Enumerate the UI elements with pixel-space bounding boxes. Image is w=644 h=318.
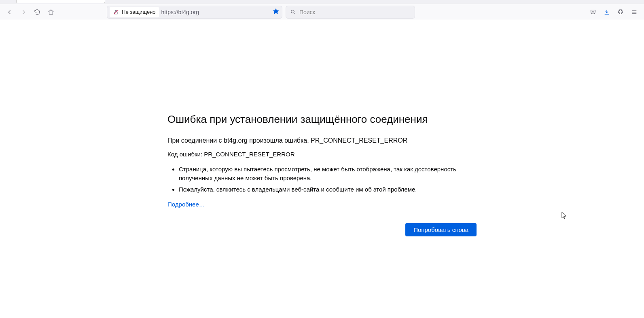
url-bar[interactable]: Не защищено https://bt4g.org xyxy=(107,6,282,19)
lock-warning-icon xyxy=(113,9,119,15)
downloads-button[interactable] xyxy=(600,6,613,19)
pocket-button[interactable] xyxy=(587,6,600,19)
hamburger-icon xyxy=(631,8,638,16)
error-code: Код ошибки: PR_CONNECT_RESET_ERROR xyxy=(167,151,477,158)
search-input[interactable] xyxy=(299,9,411,15)
learn-more-link[interactable]: Подробнее… xyxy=(167,201,205,208)
reload-button[interactable] xyxy=(31,6,44,19)
puzzle-icon xyxy=(617,8,624,16)
pocket-icon xyxy=(589,8,597,16)
app-menu-button[interactable] xyxy=(628,6,641,19)
error-reason-list: Страница, которую вы пытаетесь просмотре… xyxy=(179,165,477,194)
reload-icon xyxy=(34,8,41,16)
home-icon xyxy=(47,8,55,16)
extensions-button[interactable] xyxy=(614,6,627,19)
security-indicator[interactable]: Не защищено xyxy=(110,7,159,17)
star-filled-icon xyxy=(272,8,280,15)
home-button[interactable] xyxy=(44,6,57,19)
arrow-left-icon xyxy=(6,8,13,16)
forward-button[interactable] xyxy=(17,6,30,19)
error-reason-item: Пожалуйста, свяжитесь с владельцами веб-… xyxy=(179,185,477,194)
download-icon xyxy=(603,8,610,16)
page-content: Ошибка при установлении защищённого соед… xyxy=(0,20,644,236)
error-container: Ошибка при установлении защищённого соед… xyxy=(167,113,477,236)
back-button[interactable] xyxy=(3,6,16,19)
tab-strip xyxy=(0,0,644,4)
svg-point-1 xyxy=(291,10,294,13)
security-label: Не защищено xyxy=(122,9,156,15)
arrow-right-icon xyxy=(20,8,27,16)
error-reason-item: Страница, которую вы пытаетесь просмотре… xyxy=(179,165,477,183)
search-icon xyxy=(290,9,296,15)
retry-button[interactable]: Попробовать снова xyxy=(405,223,477,236)
search-bar[interactable] xyxy=(286,6,415,19)
active-tab[interactable] xyxy=(16,0,105,3)
error-description: При соединении с bt4g.org произошла ошиб… xyxy=(167,137,477,144)
browser-toolbar: Не защищено https://bt4g.org xyxy=(0,4,644,20)
error-title: Ошибка при установлении защищённого соед… xyxy=(167,113,477,126)
url-text[interactable]: https://bt4g.org xyxy=(161,9,270,15)
bookmark-button[interactable] xyxy=(272,8,280,16)
